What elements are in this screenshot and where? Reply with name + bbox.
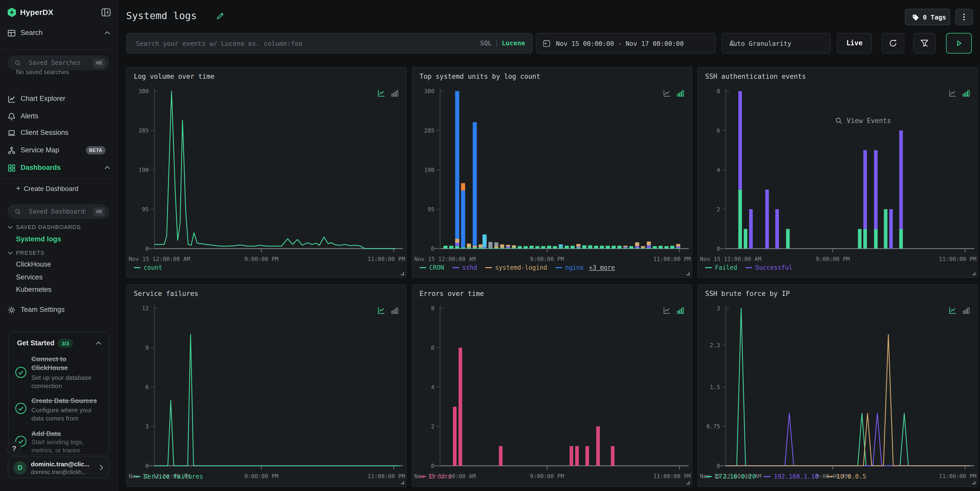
run-query-button[interactable] [946, 33, 972, 54]
legend-swatch [134, 476, 140, 477]
filters-button[interactable] [913, 33, 936, 54]
panel-resize-handle[interactable] [972, 481, 975, 484]
legend-item[interactable]: 10.0.0.5 [827, 473, 866, 480]
sidebar-preset-clickhouse[interactable]: ClickHouse [16, 261, 51, 268]
help-button[interactable]: ? [7, 442, 21, 456]
svg-text:95: 95 [428, 206, 435, 213]
svg-text:0: 0 [717, 463, 720, 469]
no-saved-searches-note: No saved searches [16, 68, 69, 76]
user-menu[interactable]: D dominic.tran@clic... dominic.tran@clic… [8, 456, 109, 478]
svg-text:0.75: 0.75 [706, 423, 720, 430]
lucene-option[interactable]: Lucene [502, 39, 525, 47]
legend-item[interactable]: Service failures [134, 473, 203, 480]
query-language-toggle[interactable]: SQL|Lucene [480, 39, 525, 47]
sidebar-item-dashboards[interactable]: Dashboards [0, 162, 118, 175]
panel-resize-handle[interactable] [972, 272, 975, 275]
chart-errors[interactable]: 02468Nov 15 12:00:00 AM9:00:00 PM11:00:0… [412, 284, 693, 488]
legend-label: CRON [429, 264, 444, 271]
legend-item[interactable]: count [134, 264, 162, 271]
legend-item[interactable]: systemd-logind [485, 264, 547, 271]
legend-ssh-brute: 172.16.0.20192.168.1.1010.0.0.5 [705, 473, 866, 480]
legend-item[interactable]: 192.168.1.10 [764, 473, 818, 480]
sidebar-preset-services[interactable]: Services [16, 273, 43, 281]
chevron-down-icon [8, 251, 13, 255]
panel-resize-handle[interactable] [401, 272, 404, 275]
chart-explorer-icon [7, 95, 16, 103]
sql-option[interactable]: SQL [480, 39, 492, 47]
sidebar: HyperDX Search ⌘K No saved searches [0, 0, 118, 491]
sidebar-dashboard-systemd-logs[interactable]: Systemd logs [16, 235, 61, 243]
svg-text:11:00:00 PM: 11:00:00 PM [939, 256, 977, 262]
get-started-step-title[interactable]: Add Data [32, 429, 102, 438]
time-range-picker[interactable]: Nov 15 00:00:00 - Nov 17 00:00:00 [536, 33, 716, 54]
svg-text:11:00:00 PM: 11:00:00 PM [653, 473, 691, 480]
svg-text:0: 0 [431, 463, 434, 469]
svg-text:11:00:00 PM: 11:00:00 PM [653, 256, 691, 262]
saved-searches-input[interactable] [28, 56, 87, 70]
legend-item[interactable]: nginx [555, 264, 584, 271]
svg-text:0: 0 [431, 246, 434, 252]
refresh-button[interactable] [882, 33, 904, 54]
legend-item[interactable]: CRON [420, 264, 444, 271]
legend-item[interactable]: sshd [452, 264, 477, 271]
chart-ssh-brute[interactable]: 00.751.52.33Nov 15 12:00:00 AM9:00:00 PM… [698, 284, 978, 488]
sidebar-item-label: Alerts [21, 112, 38, 120]
svg-text:11:00:00 PM: 11:00:00 PM [368, 256, 405, 262]
live-button[interactable]: Live [837, 33, 872, 54]
chart-log-volume[interactable]: 095190285380Nov 15 12:00:00 AM9:00:00 PM… [127, 67, 407, 278]
saved-searches-search[interactable]: ⌘K [8, 56, 109, 70]
chart-service-failures[interactable]: 036912Nov 15 12:00:00 AM9:00:00 PM11:00:… [127, 284, 407, 488]
legend-swatch [485, 267, 492, 268]
sidebar-item-service-map[interactable]: Service Map BETA [0, 144, 118, 157]
saved-dashboards-input[interactable] [28, 205, 87, 218]
legend-log-volume: count [134, 264, 162, 271]
panel-resize-handle[interactable] [687, 481, 690, 484]
sidebar-item-client-sessions[interactable]: Client Sessions [0, 127, 118, 140]
group-saved-dashboards[interactable]: SAVED DASHBOARDS [16, 224, 81, 230]
panel-resize-handle[interactable] [687, 272, 690, 275]
legend-item[interactable]: 172.16.0.20 [705, 473, 756, 480]
tags-button[interactable]: 0 Tags [905, 9, 950, 25]
panel-resize-handle[interactable] [401, 481, 404, 484]
legend-item[interactable]: Failed [705, 264, 737, 271]
sidebar-item-label: Dashboards [21, 164, 61, 172]
edit-title-pencil-icon[interactable] [216, 12, 224, 20]
svg-text:3: 3 [145, 423, 149, 430]
sidebar-collapse-icon[interactable] [101, 7, 111, 17]
view-events-button[interactable]: View Events [835, 117, 891, 124]
legend-more-link[interactable]: +3 more [589, 264, 615, 271]
sidebar-preset-kubernetes[interactable]: Kubernetes [16, 286, 51, 293]
app-root: HyperDX Search ⌘K No saved searches [0, 0, 980, 491]
legend-label: 192.168.1.10 [774, 473, 818, 480]
group-presets[interactable]: PRESETS [16, 249, 45, 256]
chart-top-units[interactable]: 095190285380Nov 15 12:00:00 AM9:00:00 PM… [412, 67, 693, 278]
filter-edit-icon [920, 38, 929, 48]
calendar-icon [542, 39, 551, 47]
sidebar-item-team-settings[interactable]: Team Settings [0, 303, 118, 317]
event-search-box[interactable]: SQL|Lucene [126, 33, 533, 54]
panel-service-failures: Service failures036912Nov 15 12:00:00 AM… [126, 284, 407, 487]
panel-ssh-auth: SSH authentication events02468Nov 15 12:… [697, 67, 978, 278]
svg-text:6: 6 [145, 384, 149, 390]
saved-dashboards-search[interactable]: ⌘K [8, 204, 109, 219]
chevron-up-icon[interactable] [96, 341, 102, 345]
sidebar-item-alerts[interactable]: Alerts [0, 110, 118, 124]
legend-item[interactable]: Successful [746, 264, 793, 271]
sidebar-item-chart-explorer[interactable]: Chart Explorer [0, 93, 118, 106]
legend-swatch [420, 267, 426, 268]
get-started-step-title[interactable]: Create Data Sources [32, 396, 102, 405]
get-started-step-title[interactable]: Connect to ClickHouse [32, 354, 102, 372]
event-search-input[interactable] [135, 34, 423, 52]
legend-item[interactable]: Errors [420, 473, 452, 480]
granularity-value: Auto Granularity [729, 40, 791, 47]
create-dashboard-button[interactable]: + Create Dashboard [0, 183, 118, 196]
granularity-select[interactable]: Auto Granularity [722, 33, 831, 54]
chart-ssh-auth[interactable]: 02468Nov 15 12:00:00 AM9:00:00 PM11:00:0… [698, 67, 978, 278]
svg-text:3: 3 [717, 305, 720, 311]
svg-text:95: 95 [142, 206, 149, 213]
shortcut-badge: ⌘K [94, 207, 105, 217]
legend-label: Service failures [143, 473, 203, 480]
sidebar-item-search[interactable]: Search [0, 27, 118, 40]
dashboard-menu-button[interactable] [955, 9, 973, 25]
svg-text:8: 8 [431, 305, 434, 311]
